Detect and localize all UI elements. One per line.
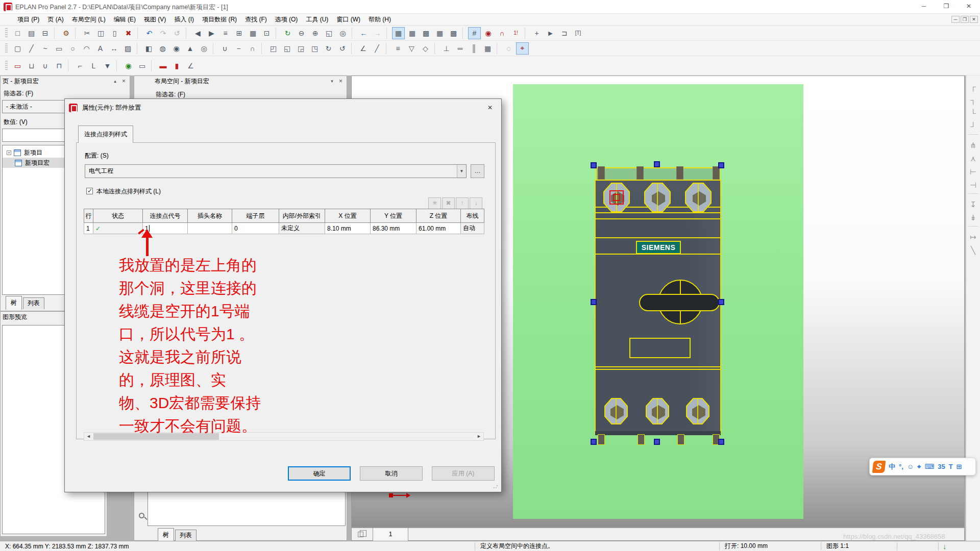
- pin-tool-icon[interactable]: ▼: [101, 60, 114, 72]
- filter-icon[interactable]: ▽: [405, 42, 418, 55]
- menu-v[interactable]: 视图 (V): [140, 14, 170, 26]
- zoom-tool-icon[interactable]: [139, 513, 144, 518]
- increment-icon[interactable]: 1!: [509, 27, 522, 39]
- child-restore-button[interactable]: ❐: [961, 16, 969, 23]
- line-icon[interactable]: ╱: [25, 42, 38, 55]
- zoom-out-icon[interactable]: ⊖: [295, 27, 308, 39]
- menu-f[interactable]: 查找 (F): [241, 14, 271, 26]
- ime-logo-icon[interactable]: S: [872, 461, 886, 473]
- row-new-button[interactable]: ✳: [428, 197, 441, 209]
- cut-icon[interactable]: ✂: [81, 27, 93, 39]
- measure-icon[interactable]: ∠: [357, 42, 370, 55]
- zoom-all-icon[interactable]: ◎: [336, 27, 349, 39]
- menu-e[interactable]: 编辑 (E): [110, 14, 140, 26]
- layout-space-tab-icon[interactable]: [358, 532, 363, 537]
- copy-icon[interactable]: ◫: [94, 27, 107, 39]
- print-icon[interactable]: ⊟: [39, 27, 52, 39]
- table-view-icon[interactable]: ⊞: [233, 27, 246, 39]
- cell-Z 位置[interactable]: 61.00 mm: [416, 223, 461, 234]
- config-combo[interactable]: 电气工程 ▼: [85, 164, 467, 178]
- selection-handle[interactable]: [718, 439, 724, 445]
- layout-panel-header[interactable]: 布局空间 - 新项目宏 ▾ ✕: [134, 76, 347, 86]
- rotate-view-icon[interactable]: ↻: [322, 42, 335, 55]
- apply-button[interactable]: 应用 (A): [432, 466, 495, 481]
- circle-icon[interactable]: ○: [66, 42, 79, 55]
- selection-handle[interactable]: [591, 439, 597, 445]
- toolbar-drag-handle[interactable]: [5, 61, 8, 71]
- monitor-icon[interactable]: ⊡: [260, 27, 273, 39]
- grid-size-5-icon[interactable]: ▩: [447, 27, 460, 39]
- drilling-icon[interactable]: ▦: [481, 42, 494, 55]
- cell-端子层[interactable]: 0: [232, 223, 279, 234]
- pages-tab-list[interactable]: 列表: [23, 297, 44, 309]
- row-move-up-button[interactable]: ↑: [456, 197, 469, 209]
- selection-handle[interactable]: [718, 299, 724, 305]
- redo-icon[interactable]: ↷: [157, 27, 169, 39]
- selection-handle[interactable]: [654, 439, 660, 445]
- route-drop-icon[interactable]: ↧: [967, 198, 979, 211]
- menu-a[interactable]: 页 (A): [43, 14, 67, 26]
- properties-icon[interactable]: ◇: [419, 42, 432, 55]
- red-bar-icon[interactable]: ▮: [170, 60, 183, 72]
- cone-3d-icon[interactable]: ▲: [184, 42, 197, 55]
- view-top-icon[interactable]: ◰: [267, 42, 280, 55]
- magnet-icon[interactable]: ∩: [496, 27, 508, 39]
- panel-collapse-icon[interactable]: ▾: [328, 78, 336, 85]
- soft-keyboard-icon[interactable]: ⌨: [924, 463, 934, 470]
- open-icon[interactable]: ▤: [25, 27, 38, 39]
- delete-icon[interactable]: ✖: [122, 27, 135, 39]
- child-close-button[interactable]: ✕: [970, 16, 978, 23]
- grid-view-icon[interactable]: ▦: [247, 27, 259, 39]
- dimension-icon[interactable]: ↔: [108, 42, 120, 55]
- target-point-icon[interactable]: ◉: [122, 60, 135, 72]
- ime-toolbar[interactable]: S 中°,☺⌖⌨35T⊞: [869, 458, 976, 475]
- tab-connection-point-arrangement[interactable]: 连接点排列样式: [78, 126, 133, 143]
- text-tool-icon[interactable]: [T]: [572, 27, 584, 39]
- route-corner-br-icon[interactable]: ┘: [967, 120, 979, 132]
- polyline-icon[interactable]: ~: [39, 42, 52, 55]
- chinese-mode-icon[interactable]: 中: [889, 462, 895, 471]
- maximize-button[interactable]: ❐: [935, 0, 958, 12]
- column-header[interactable]: X 位置: [325, 209, 371, 223]
- rectangle-icon[interactable]: ▭: [53, 42, 65, 55]
- snap-object-icon[interactable]: ◉: [482, 27, 495, 39]
- column-header[interactable]: 行: [84, 209, 93, 223]
- route-direction-icon[interactable]: ↦: [967, 231, 979, 243]
- cell-X 位置[interactable]: 8.10 mm: [325, 223, 371, 234]
- voice-input-icon[interactable]: ⌖: [917, 463, 921, 471]
- refresh-icon[interactable]: ↻: [281, 27, 294, 39]
- download-arrow-icon[interactable]: ↓: [939, 542, 951, 550]
- toolbar-drag-handle[interactable]: [5, 28, 8, 38]
- grid-size-2-icon[interactable]: ▦: [406, 27, 419, 39]
- cell-内部/外部索引[interactable]: 未定义: [279, 223, 325, 234]
- cell-状态[interactable]: ✓: [93, 223, 143, 234]
- selection-handle[interactable]: [591, 299, 597, 305]
- column-header[interactable]: Z 位置: [416, 209, 461, 223]
- pages-tab-tree[interactable]: 树: [6, 296, 22, 310]
- row-delete-button[interactable]: ✖: [442, 197, 455, 209]
- section-icon[interactable]: ╱: [371, 42, 383, 55]
- settings-wrench-icon[interactable]: ⚙: [60, 27, 72, 39]
- new-icon[interactable]: □: [11, 27, 24, 39]
- back-icon[interactable]: ←: [357, 27, 370, 39]
- mounting-rail-icon[interactable]: ═: [454, 42, 467, 55]
- grid-size-4-icon[interactable]: ▦: [433, 27, 446, 39]
- column-header[interactable]: 连接点代号: [143, 209, 188, 223]
- grid-size-1-icon[interactable]: ▦: [392, 27, 405, 39]
- panel-close-icon[interactable]: ✕: [120, 78, 128, 85]
- undo-list-icon[interactable]: ↺: [170, 27, 183, 39]
- u-shape-right-icon[interactable]: ⊓: [53, 60, 65, 72]
- route-branch-left-icon[interactable]: ⊢: [967, 166, 979, 178]
- minimize-button[interactable]: ─: [913, 0, 935, 12]
- column-header[interactable]: 内部/外部索引: [279, 209, 325, 223]
- hatch-icon[interactable]: ▨: [121, 42, 134, 55]
- menu-i[interactable]: 插入 (I): [170, 14, 198, 26]
- zoom-window-icon[interactable]: ◱: [323, 27, 335, 39]
- forward-icon[interactable]: →: [371, 27, 384, 39]
- route-drop-double-icon[interactable]: ↡: [967, 212, 979, 224]
- next-page-icon[interactable]: ▶: [205, 27, 218, 39]
- fence-icon[interactable]: ▭: [136, 60, 149, 72]
- route-corner-tl-icon[interactable]: ┌: [967, 80, 979, 92]
- menu-p[interactable]: 项目 (P): [13, 14, 43, 26]
- route-junction-up-icon[interactable]: ⋔: [967, 139, 979, 152]
